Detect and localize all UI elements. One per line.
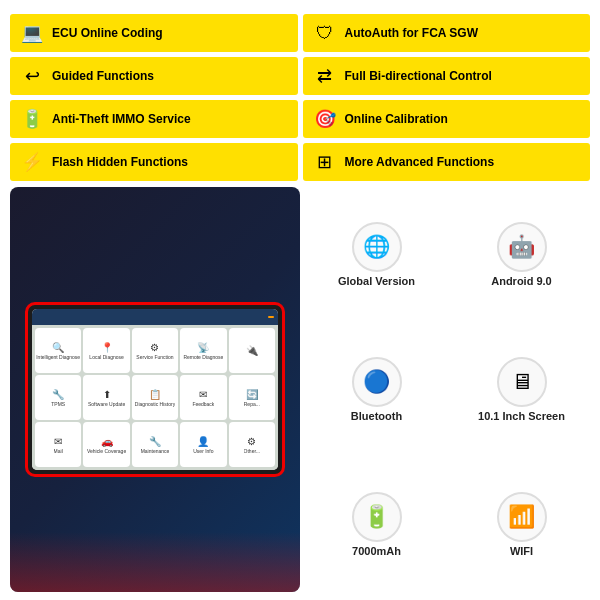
feature-icon-advanced: ⊞ [311,148,339,176]
app-icon[interactable]: 🔧TPMS [35,375,81,420]
app-icon[interactable]: ✉Feedback [180,375,226,420]
spec-item-battery: 🔋 7000mAh [308,461,445,588]
login-button[interactable] [268,316,274,318]
feature-icon-autoauth: 🛡 [311,19,339,47]
feature-item-advanced: ⊞ More Advanced Functions [303,143,591,181]
feature-label-flash-hidden: Flash Hidden Functions [52,155,188,169]
spec-item-android: 🤖 Android 9.0 [453,191,590,318]
feature-label-anti-theft: Anti-Theft IMMO Service [52,112,191,126]
feature-item-guided-functions: ↩ Guided Functions [10,57,298,95]
device-mockup: 🔍Intelligent Diagnose📍Local Diagnose⚙Ser… [25,302,285,477]
spec-item-screen: 🖥 10.1 Inch Screen [453,326,590,453]
bottom-section: 🔍Intelligent Diagnose📍Local Diagnose⚙Ser… [10,187,590,592]
spec-icon-bluetooth: 🔵 [352,357,402,407]
feature-label-autoauth: AutoAuth for FCA SGW [345,26,479,40]
app-icon[interactable]: 📋Diagnostic History [132,375,178,420]
feature-icon-guided-functions: ↩ [18,62,46,90]
spec-icon-android: 🤖 [497,222,547,272]
spec-item-global-version: 🌐 Global Version [308,191,445,318]
car-bg [10,532,300,592]
spec-icon-wifi: 📶 [497,492,547,542]
feature-label-ecu-coding: ECU Online Coding [52,26,163,40]
app-icon[interactable]: 🔄Repa... [229,375,275,420]
feature-icon-flash-hidden: ⚡ [18,148,46,176]
app-icon[interactable]: ✉Mail [35,422,81,467]
spec-item-bluetooth: 🔵 Bluetooth [308,326,445,453]
page-container: 💻 ECU Online Coding 🛡 AutoAuth for FCA S… [0,0,600,600]
feature-item-anti-theft: 🔋 Anti-Theft IMMO Service [10,100,298,138]
screen-header [32,309,278,325]
app-icon[interactable]: 📍Local Diagnose [83,328,129,373]
spec-label-global-version: Global Version [338,275,415,287]
feature-label-calibration: Online Calibration [345,112,448,126]
feature-label-advanced: More Advanced Functions [345,155,495,169]
feature-label-bidirectional: Full Bi-directional Control [345,69,492,83]
app-icon[interactable]: 🚗Vehicle Coverage [83,422,129,467]
app-icon[interactable]: ⬆Software Update [83,375,129,420]
spec-label-bluetooth: Bluetooth [351,410,402,422]
spec-label-screen: 10.1 Inch Screen [478,410,565,422]
feature-icon-bidirectional: ⇄ [311,62,339,90]
app-icon[interactable]: 👤User Info [180,422,226,467]
feature-item-flash-hidden: ⚡ Flash Hidden Functions [10,143,298,181]
app-icon[interactable]: 🔧Maintenance [132,422,178,467]
feature-item-bidirectional: ⇄ Full Bi-directional Control [303,57,591,95]
app-icon[interactable]: ⚙Service Function [132,328,178,373]
device-image: 🔍Intelligent Diagnose📍Local Diagnose⚙Ser… [10,187,300,592]
spec-icon-screen: 🖥 [497,357,547,407]
spec-label-wifi: WIFI [510,545,533,557]
spec-label-android: Android 9.0 [491,275,552,287]
app-icon[interactable]: 🔌 [229,328,275,373]
features-grid: 💻 ECU Online Coding 🛡 AutoAuth for FCA S… [10,14,590,181]
screen-body: 🔍Intelligent Diagnose📍Local Diagnose⚙Ser… [32,325,278,470]
spec-icon-battery: 🔋 [352,492,402,542]
feature-item-ecu-coding: 💻 ECU Online Coding [10,14,298,52]
device-screen: 🔍Intelligent Diagnose📍Local Diagnose⚙Ser… [32,309,278,470]
app-icon[interactable]: 📡Remote Diagnose [180,328,226,373]
feature-item-autoauth: 🛡 AutoAuth for FCA SGW [303,14,591,52]
app-icon[interactable]: ⚙Other... [229,422,275,467]
app-icon[interactable]: 🔍Intelligent Diagnose [35,328,81,373]
feature-item-calibration: 🎯 Online Calibration [303,100,591,138]
feature-icon-ecu-coding: 💻 [18,19,46,47]
spec-item-wifi: 📶 WIFI [453,461,590,588]
spec-icon-global-version: 🌐 [352,222,402,272]
feature-label-guided-functions: Guided Functions [52,69,154,83]
spec-label-battery: 7000mAh [352,545,401,557]
specs-grid: 🌐 Global Version 🤖 Android 9.0 🔵 Bluetoo… [308,187,590,592]
feature-icon-calibration: 🎯 [311,105,339,133]
feature-icon-anti-theft: 🔋 [18,105,46,133]
